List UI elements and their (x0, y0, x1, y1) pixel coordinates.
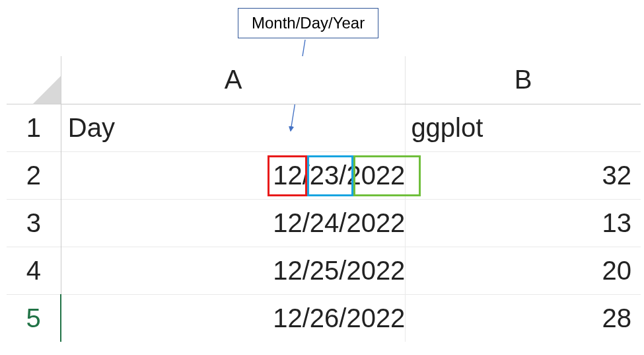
cell-a2[interactable]: 12/23/2022 (61, 151, 406, 199)
cell-b2[interactable]: 32 (406, 151, 641, 199)
cell-b4[interactable]: 20 (406, 247, 641, 294)
row-header-3[interactable]: 3 (7, 199, 61, 247)
row-header-label: 1 (26, 113, 41, 142)
cell-b1-value: ggplot (411, 113, 483, 142)
select-all-triangle-icon (33, 76, 61, 104)
row-header-label: 5 (26, 303, 41, 333)
cell-a1-value: Day (68, 113, 115, 142)
column-header-a[interactable]: A (61, 56, 406, 104)
cell-b3[interactable]: 13 (406, 199, 641, 247)
cell-b2-value: 32 (602, 161, 632, 190)
cell-a3[interactable]: 12/24/2022 (61, 199, 406, 247)
row-header-label: 3 (26, 208, 41, 237)
cell-b5-value: 28 (602, 303, 632, 333)
spreadsheet-grid: A B 1 Day ggplot 2 12/23/2022 3 (7, 56, 641, 342)
cell-b4-value: 20 (602, 256, 632, 285)
table-row: 3 12/24/2022 13 (7, 199, 641, 247)
column-header-a-label: A (225, 65, 242, 94)
annotation-callout: Month/Day/Year (238, 8, 378, 38)
cell-a3-value: 12/24/2022 (273, 208, 405, 237)
column-header-b-label: B (515, 65, 532, 94)
row-header-label: 4 (26, 256, 41, 285)
cell-b5[interactable]: 28 (406, 294, 641, 342)
cell-b1[interactable]: ggplot (406, 104, 641, 151)
column-header-row: A B (7, 56, 641, 104)
select-all-corner[interactable] (7, 56, 61, 104)
cell-a5-value: 12/26/2022 (273, 303, 405, 333)
table-row: 4 12/25/2022 20 (7, 247, 641, 294)
cell-a1[interactable]: Day (61, 104, 406, 151)
row-header-1[interactable]: 1 (7, 104, 61, 151)
table-row: 5 12/26/2022 28 (7, 294, 641, 342)
annotation-text: Month/Day/Year (252, 14, 365, 32)
row-header-5[interactable]: 5 (7, 294, 61, 342)
table-row: 2 12/23/2022 32 (7, 151, 641, 199)
cell-a4[interactable]: 12/25/2022 (61, 247, 406, 294)
date-value-wrap: 12/23/2022 (273, 161, 405, 190)
row-header-label: 2 (26, 161, 41, 190)
column-header-b[interactable]: B (406, 56, 641, 104)
cell-b3-value: 13 (602, 208, 632, 237)
row-header-2[interactable]: 2 (7, 151, 61, 199)
cell-a2-value: 12/23/2022 (273, 161, 405, 190)
cell-a5[interactable]: 12/26/2022 (61, 294, 406, 342)
row-header-4[interactable]: 4 (7, 247, 61, 294)
cell-a4-value: 12/25/2022 (273, 256, 405, 285)
table-row: 1 Day ggplot (7, 104, 641, 151)
